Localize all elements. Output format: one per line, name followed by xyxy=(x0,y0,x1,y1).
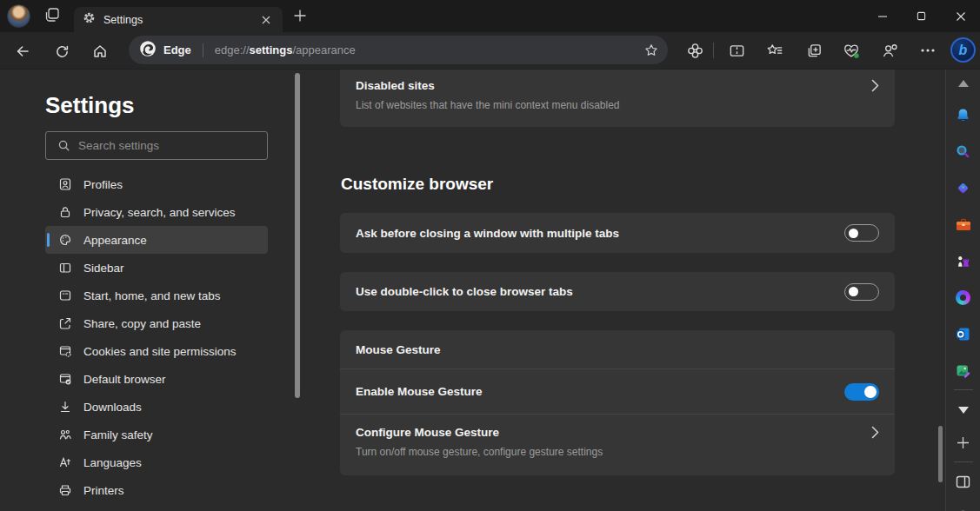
bing-b-icon: b xyxy=(959,43,968,58)
refresh-button[interactable] xyxy=(50,40,73,63)
start-home-tabs-icon xyxy=(57,289,72,303)
split-screen-button[interactable] xyxy=(724,38,749,63)
more-options-button[interactable] xyxy=(916,38,940,63)
sidebar-games-button[interactable] xyxy=(953,252,974,269)
add-favorite-button[interactable] xyxy=(643,43,659,58)
double-click-close-row: Use double-click to close browser tabs xyxy=(340,272,895,311)
sidebar-add-button[interactable] xyxy=(953,434,974,451)
languages-icon xyxy=(57,455,72,470)
sidebar-designer-button[interactable] xyxy=(953,362,974,379)
nav-scrollbar-thumb[interactable] xyxy=(295,73,300,398)
plus-icon xyxy=(957,436,970,449)
settings-nav: Settings Profiles xyxy=(0,70,301,511)
sidebar-tools-button[interactable] xyxy=(953,216,974,233)
copilot-bing-button[interactable]: b xyxy=(950,37,976,63)
enable-mouse-gesture-toggle[interactable] xyxy=(844,383,879,401)
collections-button[interactable] xyxy=(802,38,826,63)
tab-settings[interactable]: Settings xyxy=(74,7,283,32)
sidebar-hub-button[interactable] xyxy=(953,289,974,306)
sidebar-item-share-copy-paste[interactable]: Share, copy and paste xyxy=(45,309,268,337)
home-button[interactable] xyxy=(89,40,111,63)
settings-nav-list: Profiles Privacy, search, and services A… xyxy=(45,170,268,504)
sidebar-item-privacy[interactable]: Privacy, search, and services xyxy=(45,198,268,226)
content-scrollbar-thumb[interactable] xyxy=(938,426,943,482)
plus-icon xyxy=(293,9,307,26)
search-icon xyxy=(956,144,970,159)
browser-window: Settings xyxy=(0,0,980,511)
sidebar-divider xyxy=(954,389,973,390)
profiles-icon xyxy=(57,177,72,192)
home-icon xyxy=(92,43,108,59)
sidebar-item-profiles[interactable]: Profiles xyxy=(45,170,268,198)
chevron-right-icon xyxy=(871,426,879,439)
sidebar-item-languages[interactable]: Languages xyxy=(45,448,268,476)
ask-before-closing-label: Ask before closing a window with multipl… xyxy=(356,227,619,240)
workspaces-button[interactable] xyxy=(43,7,62,26)
chevron-down-icon xyxy=(958,407,969,414)
family-safety-icon xyxy=(57,428,72,442)
sidebar-shopping-button[interactable] xyxy=(953,179,974,196)
site-name: Edge xyxy=(163,43,191,56)
window-controls xyxy=(863,0,980,32)
mouse-gesture-header-label: Mouse Gesture xyxy=(356,343,441,356)
extensions-button[interactable] xyxy=(683,38,707,63)
double-click-close-toggle[interactable] xyxy=(844,283,879,301)
designer-image-icon xyxy=(956,363,970,378)
sidebar-item-start-home-tabs[interactable]: Start, home, and new tabs xyxy=(45,282,268,309)
sidebar-divider xyxy=(954,461,973,462)
maximize-button[interactable] xyxy=(902,0,941,32)
ask-before-closing-toggle[interactable] xyxy=(844,224,879,242)
outlook-icon xyxy=(956,327,970,342)
sidebar-item-family-safety[interactable]: Family safety xyxy=(45,421,268,448)
sidebar-search-button[interactable] xyxy=(953,143,974,160)
favorites-button[interactable] xyxy=(763,38,787,63)
ellipsis-icon xyxy=(921,49,935,52)
hub-swirl-icon xyxy=(956,290,970,305)
sidebar-expand-button[interactable] xyxy=(953,402,974,419)
address-bar[interactable]: Edge edge://settings/appearance xyxy=(129,36,668,64)
sidebar-settings-button[interactable] xyxy=(953,508,974,511)
site-chip[interactable]: Edge xyxy=(139,40,191,61)
default-browser-icon xyxy=(57,372,72,387)
disabled-sites-card[interactable]: Disabled sites List of websites that hav… xyxy=(340,70,895,127)
settings-search-input[interactable] xyxy=(78,139,252,152)
essentials-status-dot xyxy=(854,53,859,58)
split-screen-icon xyxy=(729,43,745,59)
sidebar-item-printers[interactable]: Printers xyxy=(45,476,268,504)
sidebar-item-cookies-permissions[interactable]: Cookies and site permissions xyxy=(45,337,268,365)
workspaces-icon xyxy=(43,6,61,27)
downloads-icon xyxy=(57,400,72,415)
sidebar-notifications-button[interactable] xyxy=(953,106,974,123)
tab-gear-icon xyxy=(83,11,96,28)
browser-essentials-button[interactable] xyxy=(839,38,863,63)
new-tab-button[interactable] xyxy=(290,8,310,27)
chevron-right-icon xyxy=(871,79,879,92)
edge-logo-icon xyxy=(139,40,157,61)
selected-accent-bar xyxy=(47,233,50,247)
toggle-knob xyxy=(849,287,858,296)
search-icon xyxy=(57,139,70,152)
sidebar-item-sidebar[interactable]: Sidebar xyxy=(45,254,268,282)
back-button[interactable] xyxy=(11,40,34,63)
profile-avatar[interactable] xyxy=(7,4,30,28)
sidebar-item-downloads[interactable]: Downloads xyxy=(45,393,268,421)
sidebar-scroll-up-button[interactable] xyxy=(953,75,974,92)
profile-settings-button[interactable] xyxy=(877,38,902,63)
sidebar-item-appearance[interactable]: Appearance xyxy=(45,226,268,254)
sidebar-item-default-browser[interactable]: Default browser xyxy=(45,365,268,393)
star-icon xyxy=(643,43,659,58)
tab-close-button[interactable] xyxy=(258,12,274,28)
close-window-button[interactable] xyxy=(941,0,980,32)
settings-search-box[interactable] xyxy=(45,131,268,160)
browser-essentials-heart-icon xyxy=(843,43,860,59)
sidebar-outlook-button[interactable] xyxy=(953,325,974,342)
titlebar: Settings xyxy=(0,0,980,32)
sidebar-panel-button[interactable] xyxy=(953,473,974,490)
enable-mouse-gesture-row: Enable Mouse Gesture xyxy=(340,369,895,415)
collections-icon xyxy=(806,43,823,59)
section-heading: Customize browser xyxy=(341,175,493,194)
settings-content: Disabled sites List of websites that hav… xyxy=(301,70,945,511)
toggle-knob xyxy=(864,386,877,398)
minimize-button[interactable] xyxy=(863,0,902,32)
configure-mouse-gesture-row[interactable]: Configure Mouse Gesture Turn on/off mous… xyxy=(340,415,895,458)
